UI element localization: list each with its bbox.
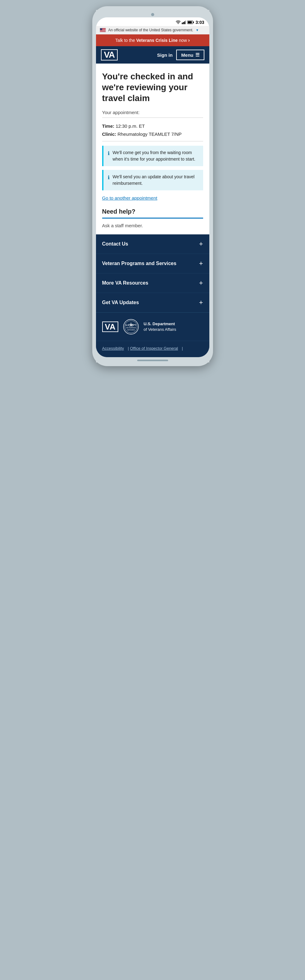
accordion-contact-us: Contact Us + <box>96 234 209 254</box>
inspector-general-link[interactable]: Office of Inspector General <box>130 346 178 351</box>
crisis-prefix: Talk to the <box>115 38 135 43</box>
accordion-veteran-programs-label: Veteran Programs and Services <box>102 261 177 266</box>
accordion-get-updates: Get VA Updates + <box>96 293 209 312</box>
dept-sub: of Veterans Affairs <box>144 327 176 332</box>
info-icon-1: ℹ <box>108 150 110 157</box>
menu-button[interactable]: Menu ☰ <box>176 49 204 60</box>
time-label: Time: <box>102 123 115 129</box>
appointment-time: Time: 12:30 p.m. ET <box>102 122 203 130</box>
info-icon-2: ℹ <box>108 174 110 181</box>
accordion-get-updates-label: Get VA Updates <box>102 300 139 305</box>
va-seal: U.S. DEPT. VETERANS AFFAIRS <box>123 319 139 334</box>
divider-bottom <box>102 141 203 142</box>
svg-rect-3 <box>185 21 186 24</box>
va-logo-footer: VA <box>102 321 118 332</box>
go-to-appointment-link[interactable]: Go to another appointment <box>102 195 203 200</box>
phone-screen: 3:03 An official website of the United S… <box>96 18 209 357</box>
flag-canton <box>100 28 102 30</box>
flag-icon <box>100 28 106 32</box>
footer-links: Accessibility | Office of Inspector Gene… <box>96 341 209 357</box>
svg-rect-2 <box>184 21 185 24</box>
need-help-heading: Need help? <box>102 208 203 219</box>
clinic-label: Clinic: <box>102 132 117 137</box>
clinic-value: Rheumatology TEAMLET 7/NP <box>118 132 182 137</box>
footer-brand: VA U.S. DEPT. VETERANS AFFAIRS U.S. Depa… <box>96 312 209 341</box>
accordion-contact-us-icon: + <box>199 240 203 248</box>
accordion-get-updates-header[interactable]: Get VA Updates + <box>96 293 209 312</box>
appointment-label: Your appointment: <box>102 110 203 115</box>
official-banner-text: An official website of the United States… <box>108 28 194 32</box>
footer-brand-text: U.S. Department of Veterans Affairs <box>144 321 176 332</box>
accordion-veteran-programs-header[interactable]: Veteran Programs and Services + <box>96 254 209 273</box>
footer-separator-1: | <box>128 346 130 351</box>
signal-icon <box>182 21 186 24</box>
crisis-chevron: › <box>188 38 190 43</box>
status-time: 3:03 <box>195 20 204 25</box>
svg-rect-5 <box>193 22 194 23</box>
accordion-more-va-label: More VA Resources <box>102 280 148 286</box>
camera-dot <box>151 13 154 16</box>
menu-label: Menu <box>181 52 193 58</box>
footer-separator-2: | <box>182 346 183 351</box>
info-text-2: We'll send you an update about your trav… <box>113 173 199 187</box>
info-box-travel: ℹ We'll send you an update about your tr… <box>102 170 203 190</box>
help-text: Ask a staff member. <box>102 223 203 228</box>
accordion-get-updates-icon: + <box>199 299 203 307</box>
crisis-banner[interactable]: Talk to the Veterans Crisis Line now › <box>96 34 209 46</box>
phone-frame: 3:03 An official website of the United S… <box>92 6 213 366</box>
crisis-link: Veterans Crisis Line <box>136 38 178 43</box>
va-logo: VA <box>101 49 118 60</box>
accessibility-link[interactable]: Accessibility <box>102 346 124 351</box>
svg-rect-1 <box>183 22 184 24</box>
banner-chevron: ▾ <box>196 28 198 32</box>
accordion-more-va-icon: + <box>199 279 203 287</box>
bottom-bar <box>137 360 168 361</box>
svg-text:AFFAIRS: AFFAIRS <box>127 329 135 331</box>
battery-icon <box>187 21 194 24</box>
accordion-contact-us-header[interactable]: Contact Us + <box>96 234 209 254</box>
appointment-details: Time: 12:30 p.m. ET Clinic: Rheumatology… <box>102 122 203 138</box>
accordion-veteran-programs: Veteran Programs and Services + <box>96 254 209 274</box>
dept-name: U.S. Department <box>144 321 176 327</box>
info-text-1: We'll come get you from the waiting room… <box>113 150 199 162</box>
time-value: 12:30 p.m. ET <box>115 123 145 129</box>
sign-in-button[interactable]: Sign in <box>157 52 172 58</box>
svg-rect-6 <box>188 21 192 24</box>
appointment-clinic: Clinic: Rheumatology TEAMLET 7/NP <box>102 130 203 138</box>
footer-section: Contact Us + Veteran Programs and Servic… <box>96 234 209 357</box>
nav-actions: Sign in Menu ☰ <box>157 49 204 60</box>
menu-icon: ☰ <box>195 52 199 58</box>
accordion-more-va: More VA Resources + <box>96 274 209 293</box>
divider-top <box>102 118 203 118</box>
accordion-veteran-programs-icon: + <box>199 259 203 267</box>
phone-notch <box>96 10 209 18</box>
svg-text:VETERANS: VETERANS <box>126 327 136 329</box>
status-bar: 3:03 <box>96 18 209 26</box>
accordion-more-va-header[interactable]: More VA Resources + <box>96 274 209 293</box>
nav-header: VA Sign in Menu ☰ <box>96 46 209 64</box>
page-title: You're checked in and we're reviewing yo… <box>102 71 203 103</box>
crisis-suffix: now <box>179 38 187 43</box>
svg-rect-0 <box>182 22 183 24</box>
status-icons: 3:03 <box>176 20 204 25</box>
main-content: You're checked in and we're reviewing yo… <box>96 64 209 234</box>
official-banner: An official website of the United States… <box>96 26 209 34</box>
info-box-waiting: ℹ We'll come get you from the waiting ro… <box>102 146 203 166</box>
accordion-contact-us-label: Contact Us <box>102 241 128 247</box>
phone-bottom <box>96 357 209 363</box>
wifi-icon <box>176 21 180 24</box>
